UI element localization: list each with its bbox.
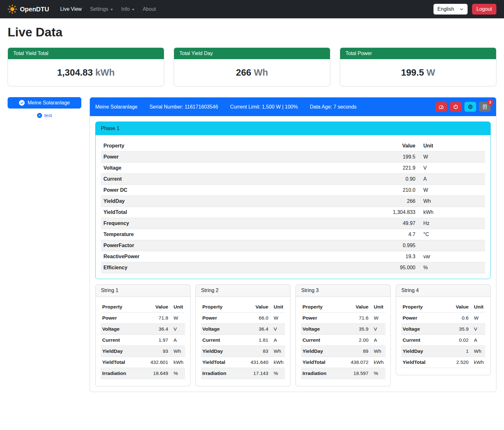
table-row: Voltage 36.4 V xyxy=(201,324,285,335)
property-cell: Irradiation xyxy=(201,368,247,379)
unit-cell: W xyxy=(470,313,485,324)
table-row: Current 1.81 A xyxy=(201,335,285,346)
nav-live-view[interactable]: Live View xyxy=(56,4,86,15)
unit-cell: V xyxy=(470,324,485,335)
unit-cell: W xyxy=(370,313,385,324)
property-cell: Irradiation xyxy=(101,368,147,379)
table-row: YieldTotal 2.520 kWh xyxy=(401,357,486,368)
property-cell: YieldDay xyxy=(101,196,377,207)
unit-cell: Wh xyxy=(470,346,485,357)
column-header-unit: Unit xyxy=(370,302,385,313)
string-1-table: Property Value Unit Power 71.8 W Voltage… xyxy=(101,302,185,379)
event-log-button[interactable]: 2 xyxy=(479,102,491,112)
table-header-row: Property Value Unit xyxy=(101,140,485,152)
column-header-property: Property xyxy=(301,302,347,313)
inverter-sidebar: Meine Solaranlage test xyxy=(8,97,81,118)
cpu-chip-icon xyxy=(468,104,473,109)
column-header-value: Value xyxy=(147,302,170,313)
string-body: Property Value Unit Power 71.6 W Voltage… xyxy=(296,296,390,386)
inverter-panel-body: Phase 1 Property Value Unit Power xyxy=(90,116,496,392)
table-row: Current 0.90 A xyxy=(101,174,485,185)
table-row: YieldDay 89 Wh xyxy=(301,346,385,357)
nav-live-view-label: Live View xyxy=(60,6,82,12)
value-cell: 266 xyxy=(377,196,418,207)
inverter-selector-test[interactable]: test xyxy=(8,113,81,118)
string-3-card: String 3 Property Value Unit xyxy=(296,284,391,386)
table-row: Power DC 210.0 W xyxy=(101,185,485,196)
table-row: YieldTotal 1,304.833 kWh xyxy=(101,207,485,218)
card-value-row: 1,304.83kWh xyxy=(8,59,164,86)
nav-info[interactable]: Info xyxy=(117,4,139,15)
value-cell: 17.143 xyxy=(247,368,270,379)
language-select[interactable]: English xyxy=(433,4,468,15)
table-row: Efficiency 95.000 % xyxy=(101,262,485,273)
device-info-button[interactable] xyxy=(464,102,476,112)
value-cell: 66.0 xyxy=(247,313,270,324)
logout-button[interactable]: Logout xyxy=(472,4,496,15)
value-cell: 432.601 xyxy=(147,357,170,368)
value-cell: 36.4 xyxy=(147,324,170,335)
property-cell: Efficiency xyxy=(101,262,377,273)
column-header-unit: Unit xyxy=(170,302,185,313)
value-cell: 438.072 xyxy=(347,357,370,368)
inverter-selector-meine-solaranlage[interactable]: Meine Solaranlage xyxy=(8,97,81,109)
card-title: Total Yield Total xyxy=(8,48,164,59)
table-row: Voltage 35.9 V xyxy=(401,324,486,335)
card-value-row: 266Wh xyxy=(174,59,330,86)
power-button[interactable] xyxy=(450,102,462,112)
property-cell: Power xyxy=(101,152,377,163)
content-row: Meine Solaranlage test Meine Solaranlage… xyxy=(8,97,496,392)
table-row: YieldTotal 432.601 kWh xyxy=(101,357,185,368)
unit-cell: % xyxy=(370,368,385,379)
card-title: Total Power xyxy=(340,48,496,59)
value-cell: 71.6 xyxy=(347,313,370,324)
string-body: Property Value Unit Power 0.6 W Voltage … xyxy=(396,296,491,375)
brand[interactable]: OpenDTU xyxy=(8,4,49,14)
limit-settings-button[interactable] xyxy=(435,102,447,112)
string-1-card: String 1 Property Value Unit xyxy=(95,284,190,386)
table-row: Power 66.0 W xyxy=(201,313,285,324)
value-cell: 2.520 xyxy=(447,357,470,368)
table-row: YieldDay 266 Wh xyxy=(101,196,485,207)
column-header-value: Value xyxy=(377,140,418,152)
table-row: YieldTotal 438.072 kWh xyxy=(301,357,385,368)
value-cell: 1.97 xyxy=(147,335,170,346)
column-header-unit: Unit xyxy=(270,302,285,313)
unit-cell: % xyxy=(418,262,485,273)
value-cell: 0.90 xyxy=(377,174,418,185)
card-value: 1,304.83 xyxy=(57,67,93,78)
value-cell: 18.649 xyxy=(147,368,170,379)
value-cell: 199.5 xyxy=(377,152,418,163)
value-cell: 4.7 xyxy=(377,229,418,240)
column-header-value: Value xyxy=(347,302,370,313)
unit-cell: V xyxy=(270,324,285,335)
unit-cell: W xyxy=(170,313,185,324)
property-cell: Temperature xyxy=(101,229,377,240)
chevron-down-icon xyxy=(132,9,134,10)
chevron-down-icon xyxy=(110,9,113,10)
unit-cell: W xyxy=(270,313,285,324)
value-cell: 35.9 xyxy=(347,324,370,335)
summary-cards-row: Total Yield Total 1,304.83kWh Total Yiel… xyxy=(8,47,496,86)
column-header-unit: Unit xyxy=(470,302,485,313)
property-cell: Power xyxy=(301,313,347,324)
navbar: OpenDTU Live View Settings Info About En… xyxy=(0,0,504,18)
value-cell: 95.000 xyxy=(377,262,418,273)
nav-about[interactable]: About xyxy=(139,4,160,15)
property-cell: YieldTotal xyxy=(101,207,377,218)
string-4-table: Property Value Unit Power 0.6 W Voltage … xyxy=(401,302,486,368)
value-cell: 83 xyxy=(247,346,270,357)
sun-logo-icon xyxy=(8,4,17,14)
gauge-icon xyxy=(439,104,444,109)
value-cell: 71.8 xyxy=(147,313,170,324)
inverter-panel: Meine Solaranlage Serial Number: 1161716… xyxy=(90,97,496,392)
table-row: Frequency 49.97 Hz xyxy=(101,218,485,229)
unit-cell: kWh xyxy=(370,357,385,368)
nav-settings[interactable]: Settings xyxy=(86,4,117,15)
property-cell: Current xyxy=(101,335,147,346)
property-cell: Current xyxy=(201,335,247,346)
journal-text-icon xyxy=(482,104,488,109)
nav-settings-label: Settings xyxy=(90,6,108,12)
value-cell: 36.4 xyxy=(247,324,270,335)
string-title: String 4 xyxy=(396,285,491,296)
